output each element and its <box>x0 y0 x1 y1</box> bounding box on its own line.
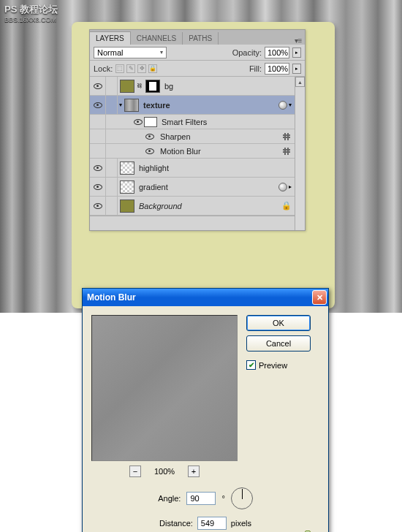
close-button[interactable]: ✕ <box>312 290 327 305</box>
zoom-out-button[interactable]: − <box>129 466 141 477</box>
filter-motion-blur[interactable]: Motion Blur <box>90 144 305 159</box>
motion-blur-dialog: Motion Blur ✕ − 100% + OK Cancel ✔ Previ… <box>82 288 329 532</box>
blend-mode-select[interactable]: Normal ▾ <box>94 47 167 58</box>
panel-footer <box>90 216 305 230</box>
distance-row: Distance: 549 pixels <box>91 517 319 530</box>
fill-label: Fill: <box>249 64 262 73</box>
layer-highlight[interactable]: highlight <box>90 159 305 178</box>
fill-input[interactable]: 100% <box>265 63 289 75</box>
eye-icon[interactable] <box>145 148 154 154</box>
eye-icon[interactable] <box>94 203 102 209</box>
tab-layers[interactable]: LAYERS <box>90 31 131 45</box>
link-col <box>106 96 118 114</box>
distance-label: Distance: <box>159 519 193 528</box>
layer-name: gradient <box>139 183 168 191</box>
svg-rect-5 <box>283 149 290 151</box>
scroll-up-icon[interactable]: ▲ <box>295 77 305 87</box>
layer-mask-thumb <box>145 80 160 93</box>
layer-thumb <box>120 180 134 194</box>
svg-rect-7 <box>287 148 289 155</box>
link-col <box>106 77 118 95</box>
distance-input[interactable]: 549 <box>197 517 227 530</box>
tab-paths[interactable]: PATHS <box>183 32 219 45</box>
chevron-down-icon: ▾ <box>160 49 163 56</box>
fill-flyout-icon[interactable]: ▸ <box>292 64 301 74</box>
eye-icon[interactable] <box>94 165 102 171</box>
zoom-in-button[interactable]: + <box>188 466 200 477</box>
angle-label: Angle: <box>158 494 181 503</box>
layer-bg[interactable]: ⛓ bg <box>90 77 305 96</box>
svg-rect-1 <box>283 134 290 136</box>
svg-rect-3 <box>287 133 289 140</box>
link-col <box>106 178 118 196</box>
ok-button[interactable]: OK <box>246 315 311 331</box>
dialog-titlebar[interactable]: Motion Blur ✕ <box>83 289 328 306</box>
caret-down-icon[interactable]: ▾ <box>119 102 122 108</box>
fx-badge[interactable]: ▸ <box>278 183 292 191</box>
checkbox-checked-icon[interactable]: ✔ <box>246 360 256 370</box>
smart-object-icon <box>278 101 287 110</box>
panel-menu-icon[interactable]: ▾≡ <box>292 37 305 45</box>
fx-badge[interactable]: ▾ <box>278 101 292 110</box>
preview-label: Preview <box>259 361 287 370</box>
distance-unit: pixels <box>231 519 251 528</box>
svg-rect-4 <box>283 151 290 153</box>
lock-all-icon[interactable]: 🔒 <box>148 64 157 73</box>
layer-texture[interactable]: ▾ texture ▾ <box>90 96 305 115</box>
eye-icon[interactable] <box>134 119 143 125</box>
lock-icon: 🔒 <box>281 201 292 210</box>
link-col <box>106 159 118 177</box>
link-col <box>106 197 118 215</box>
smart-filters-row[interactable]: Smart Filters <box>90 115 305 129</box>
layer-gradient[interactable]: gradient ▸ <box>90 178 305 197</box>
filter-options-icon[interactable] <box>281 132 292 141</box>
scrollbar[interactable]: ▲ <box>295 77 305 230</box>
fx-icon <box>278 183 287 191</box>
lock-options: ⬚ ✎ ✥ 🔒 <box>115 64 157 73</box>
lock-label: Lock: <box>94 64 113 73</box>
opacity-flyout-icon[interactable]: ▸ <box>292 48 301 58</box>
eye-icon[interactable] <box>145 134 154 140</box>
layer-name: texture <box>143 101 170 110</box>
layer-name: highlight <box>139 164 169 172</box>
blend-opacity-row: Normal ▾ Opacity: 100% ▸ <box>90 45 305 61</box>
angle-row: Angle: 90 ° <box>91 487 319 509</box>
angle-unit: ° <box>221 494 224 503</box>
filter-options-icon[interactable] <box>281 147 292 156</box>
preview-checkbox-row[interactable]: ✔ Preview <box>246 360 311 370</box>
eye-icon[interactable] <box>94 83 102 89</box>
layer-background[interactable]: Background 🔒 <box>90 197 305 216</box>
filter-name: Sharpen <box>160 132 191 141</box>
lock-position-icon[interactable]: ✥ <box>137 64 146 73</box>
layer-thumb <box>124 99 139 112</box>
layer-list: ▲ ⛓ bg ▾ texture ▾ <box>90 77 305 230</box>
zoom-controls: − 100% + <box>91 466 238 477</box>
zoom-value: 100% <box>154 467 175 476</box>
preview-canvas[interactable] <box>91 315 238 461</box>
tab-channels[interactable]: CHANNELS <box>131 32 183 45</box>
eye-icon[interactable] <box>94 184 102 190</box>
lock-transparency-icon[interactable]: ⬚ <box>115 64 124 73</box>
dialog-body: − 100% + OK Cancel ✔ Preview Angle: 90 °… <box>83 306 328 532</box>
eye-icon[interactable] <box>94 102 102 108</box>
cancel-button[interactable]: Cancel <box>246 335 311 352</box>
layers-panel: LAYERS CHANNELS PATHS ▾≡ Normal ▾ Opacit… <box>89 29 306 231</box>
lock-fill-row: Lock: ⬚ ✎ ✥ 🔒 Fill: 100% ▸ <box>90 61 305 77</box>
opacity-label: Opacity: <box>232 48 262 57</box>
layer-name: Background <box>139 202 182 210</box>
layer-thumb <box>120 200 134 213</box>
angle-dial[interactable] <box>231 487 253 509</box>
layer-thumb <box>120 80 134 93</box>
panel-tabs: LAYERS CHANNELS PATHS ▾≡ <box>90 30 305 45</box>
mask-link-icon: ⛓ <box>136 83 142 89</box>
layer-thumb <box>120 162 134 175</box>
smart-filters-label: Smart Filters <box>162 118 207 126</box>
watermark-url: BBS.16XX8.COM <box>4 16 56 23</box>
lock-badge: 🔒 <box>281 201 292 210</box>
caret-down-icon: ▾ <box>289 102 292 108</box>
opacity-input[interactable]: 100% <box>265 47 289 58</box>
angle-input[interactable]: 90 <box>186 492 216 505</box>
filter-sharpen[interactable]: Sharpen <box>90 129 305 144</box>
lock-pixels-icon[interactable]: ✎ <box>126 64 135 73</box>
filter-name: Motion Blur <box>160 147 201 156</box>
